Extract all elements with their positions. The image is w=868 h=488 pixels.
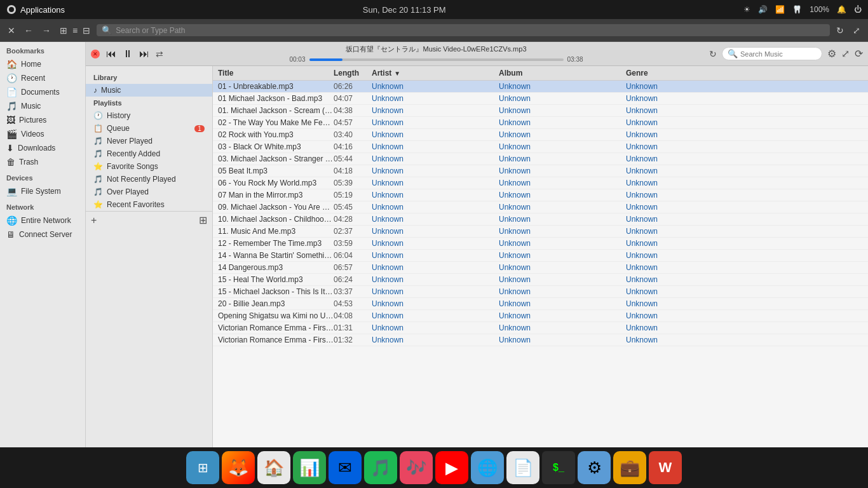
track-row[interactable]: 03. Michael Jackson - Stranger in M 05:4…	[213, 153, 868, 165]
next-button[interactable]: ⏭	[138, 47, 151, 61]
track-album: Unknown	[499, 239, 626, 248]
lib-item-queue[interactable]: 📋 Queue 1	[86, 122, 212, 135]
lib-item-over-played[interactable]: 🎵 Over Played	[86, 186, 212, 198]
search-music-input[interactable]	[740, 50, 817, 58]
player-close-button[interactable]: ✕	[91, 50, 100, 58]
sidebar-item-music[interactable]: 🎵 Music	[0, 99, 85, 113]
track-row[interactable]: 10. Michael Jackson - Childhood (th 04:2…	[213, 214, 868, 226]
track-row[interactable]: Victorian Romance Emma - First Ac 01:32 …	[213, 334, 868, 346]
grid-view-button[interactable]: ⊞	[57, 24, 70, 37]
taskbar-terminal[interactable]: $_	[542, 451, 575, 484]
forward-button[interactable]: →	[39, 24, 53, 37]
refresh-button[interactable]: ↻	[834, 24, 846, 37]
player-expand-button[interactable]: ⤢	[841, 48, 850, 60]
lib-item-music[interactable]: ♪ Music	[86, 84, 212, 97]
taskbar-wallet[interactable]: 💼	[613, 451, 646, 484]
track-row[interactable]: 07 Man in the Mirror.mp3 05:19 Unknown U…	[213, 189, 868, 201]
taskbar-wps[interactable]: W	[649, 451, 682, 484]
track-length: 04:16	[334, 142, 372, 151]
track-row[interactable]: 12 - Remember The Time.mp3 03:59 Unknown…	[213, 238, 868, 250]
prev-button[interactable]: ⏮	[105, 47, 118, 61]
taskbar-firefox[interactable]: 🦊	[222, 451, 255, 484]
track-genre: Unknown	[626, 82, 868, 91]
add-playlist-button[interactable]: +	[91, 215, 97, 226]
track-row[interactable]: 15 - Michael Jackson - This Is It.mp 03:…	[213, 286, 868, 298]
track-row[interactable]: 14 - Wanna Be Startin' Somethin'.m 06:04…	[213, 250, 868, 262]
wifi-icon[interactable]: 📶	[775, 5, 785, 14]
notification-icon[interactable]: 🔔	[837, 5, 846, 14]
track-row[interactable]: 01 - Unbreakable.mp3 06:26 Unknown Unkno…	[213, 81, 868, 93]
brightness-icon[interactable]: ☀	[743, 5, 750, 14]
sidebar-item-documents[interactable]: 📄 Documents	[0, 85, 85, 99]
power-icon[interactable]: ⏻	[854, 5, 862, 14]
play-pause-button[interactable]: ⏸	[121, 47, 134, 61]
sidebar-item-trash[interactable]: 🗑 Trash	[0, 155, 85, 169]
expand-button[interactable]: ⤢	[850, 24, 863, 37]
header-artist[interactable]: Artist ▼	[372, 69, 499, 78]
taskbar-files[interactable]: 🏠	[257, 451, 290, 484]
track-row[interactable]: 11. Music And Me.mp3 02:37 Unknown Unkno…	[213, 226, 868, 238]
close-window-button[interactable]: ✕	[5, 24, 18, 37]
header-length[interactable]: Length	[334, 69, 372, 78]
taskbar-youtube[interactable]: ▶	[435, 451, 468, 484]
list-view-button[interactable]: ≡	[70, 24, 80, 37]
sidebar-item-home[interactable]: 🏠 Home	[0, 57, 85, 71]
file-search-bar[interactable]: 🔍	[97, 24, 830, 36]
taskbar-window-switcher[interactable]: ⊞	[186, 451, 219, 484]
bluetooth-icon[interactable]: 🦷	[792, 5, 802, 14]
track-length: 03:37	[334, 287, 372, 296]
manage-columns-button[interactable]: ⊞	[199, 214, 207, 226]
file-search-input[interactable]	[116, 26, 825, 35]
taskbar-documents[interactable]: 📄	[506, 451, 539, 484]
track-row[interactable]: 15 - Heal The World.mp3 06:24 Unknown Un…	[213, 274, 868, 286]
track-title: Opening Shigatsu wa Kimi no Uso.u	[213, 311, 334, 320]
track-row[interactable]: 03 - Black Or White.mp3 04:16 Unknown Un…	[213, 141, 868, 153]
sidebar-item-downloads[interactable]: ⬇ Downloads	[0, 141, 85, 155]
applications-label[interactable]: Applications	[20, 5, 65, 15]
track-row[interactable]: 09. Michael Jackson - You Are Not A 05:4…	[213, 201, 868, 214]
back-button[interactable]: ←	[22, 24, 36, 37]
track-length: 05:44	[334, 154, 372, 163]
player-history-button[interactable]: ⟳	[855, 48, 863, 60]
taskbar-thunderbird[interactable]: ✉	[329, 451, 362, 484]
lib-item-recent-favorites[interactable]: ⭐ Recent Favorites	[86, 198, 212, 211]
sidebar-item-pictures[interactable]: 🖼 Pictures	[0, 113, 85, 127]
sidebar-item-videos[interactable]: 🎬 Videos	[0, 127, 85, 141]
track-row[interactable]: 14 Dangerous.mp3 06:57 Unknown Unknown U…	[213, 262, 868, 274]
player-settings-button[interactable]: ⚙	[827, 48, 836, 60]
progress-bar[interactable]	[309, 58, 564, 61]
track-row[interactable]: Victorian Romance Emma - First Ac 01:31 …	[213, 322, 868, 334]
taskbar-music[interactable]: 🎶	[400, 451, 433, 484]
track-title: 03. Michael Jackson - Stranger in M	[213, 154, 334, 163]
taskbar-spreadsheet[interactable]: 📊	[293, 451, 326, 484]
lib-item-favorite-songs[interactable]: ⭐ Favorite Songs	[86, 160, 212, 173]
lib-item-never-played[interactable]: 🎵 Never Played	[86, 135, 212, 147]
volume-icon[interactable]: 🔊	[758, 5, 768, 14]
taskbar-settings[interactable]: ⚙	[578, 451, 611, 484]
track-row[interactable]: 06 - You Rock My World.mp3 05:39 Unknown…	[213, 177, 868, 189]
lib-item-history[interactable]: 🕐 History	[86, 109, 212, 122]
header-title[interactable]: Title	[213, 69, 334, 78]
sidebar-item-connect-server[interactable]: 🖥 Connect Server	[0, 227, 85, 241]
shuffle-icon[interactable]: ⇄	[156, 49, 163, 59]
repeat-icon[interactable]: ↻	[709, 49, 717, 59]
taskbar-browser2[interactable]: 🌐	[471, 451, 504, 484]
header-album[interactable]: Album	[499, 69, 626, 78]
sidebar-label-home: Home	[21, 60, 41, 69]
track-row[interactable]: Opening Shigatsu wa Kimi no Uso.u 04:08 …	[213, 310, 868, 322]
lib-item-recently-added[interactable]: 🎵 Recently Added	[86, 147, 212, 160]
track-row[interactable]: 02 Rock with You.mp3 03:40 Unknown Unkno…	[213, 129, 868, 141]
track-row[interactable]: 01. Michael Jackson - Scream (due 04:38 …	[213, 105, 868, 117]
track-row[interactable]: 05 Beat It.mp3 04:18 Unknown Unknown Unk…	[213, 165, 868, 177]
sidebar-item-recent[interactable]: 🕐 Recent	[0, 71, 85, 85]
lib-item-not-recently-played[interactable]: 🎵 Not Recently Played	[86, 173, 212, 186]
player-search[interactable]: 🔍	[722, 47, 822, 60]
track-row[interactable]: 01 Michael Jackson - Bad.mp3 04:07 Unkno…	[213, 93, 868, 105]
track-row[interactable]: 20 - Billie Jean.mp3 04:53 Unknown Unkno…	[213, 298, 868, 310]
sidebar-item-entire-network[interactable]: 🌐 Entire Network	[0, 214, 85, 227]
columns-view-button[interactable]: ⊟	[80, 24, 93, 37]
sidebar-item-filesystem[interactable]: 💻 File System	[0, 184, 85, 198]
header-genre[interactable]: Genre	[626, 69, 868, 78]
taskbar-spotify[interactable]: 🎵	[364, 451, 397, 484]
track-row[interactable]: 02 - The Way You Make Me Feel.m 04:57 Un…	[213, 117, 868, 129]
